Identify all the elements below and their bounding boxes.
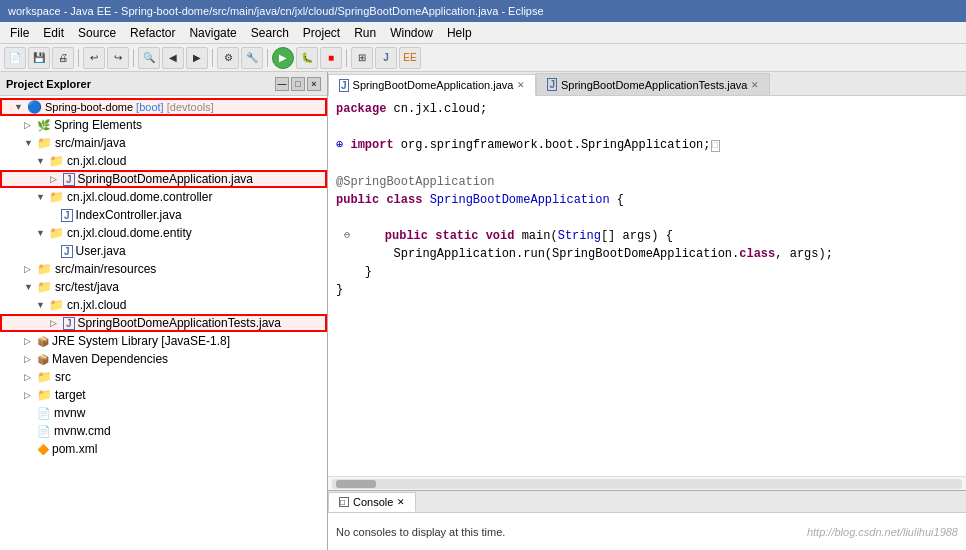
title-bar-text: workspace - Java EE - Spring-boot-dome/s…	[8, 5, 544, 17]
right-panel: J SpringBootDomeApplication.java ✕ J Spr…	[328, 72, 966, 550]
code-content: }	[336, 263, 958, 281]
tree-arrow: ▼	[36, 300, 46, 310]
menu-run[interactable]: Run	[348, 24, 382, 42]
tab1-label: SpringBootDomeApplication.java	[353, 79, 514, 91]
tree-item-mvnw-cmd[interactable]: ▷ 📄 mvnw.cmd	[0, 422, 327, 440]
tree-label-mvnw: mvnw	[54, 406, 85, 420]
toolbar-forward-btn[interactable]: ▶	[186, 47, 208, 69]
tree-label-springbootdome-app: SpringBootDomeApplication.java	[78, 172, 253, 186]
panel-minimize-btn[interactable]: —	[275, 77, 289, 91]
toolbar-sep1	[78, 49, 79, 67]
toolbar: 📄 💾 🖨 ↩ ↪ 🔍 ◀ ▶ ⚙ 🔧 ▶ 🐛 ■ ⊞ J EE	[0, 44, 966, 72]
tree-item-src-main-java[interactable]: ▼ 📁 src/main/java	[0, 134, 327, 152]
toolbar-undo-btn[interactable]: ↩	[83, 47, 105, 69]
toolbar-save-btn[interactable]: 💾	[28, 47, 50, 69]
toolbar-perspective-btn[interactable]: ⊞	[351, 47, 373, 69]
h-scrollbar[interactable]	[332, 479, 962, 489]
line-gutter[interactable]: ⊖	[336, 227, 356, 245]
toolbar-clean-btn[interactable]: 🔧	[241, 47, 263, 69]
tree-item-cn-jxl-cloud[interactable]: ▼ 📁 cn.jxl.cloud	[0, 152, 327, 170]
toolbar-stop-btn[interactable]: ■	[320, 47, 342, 69]
code-line-2	[336, 118, 958, 136]
code-line-5: @SpringBootApplication	[336, 173, 958, 191]
tree-item-spring-boot-dome[interactable]: ▼ 🔵 Spring-boot-dome [boot] [devtools]	[0, 98, 327, 116]
h-scrollbar-thumb[interactable]	[336, 480, 376, 488]
toolbar-sep2	[133, 49, 134, 67]
bottom-tabs: □ Console ✕	[328, 491, 966, 513]
tree-item-controller-pkg[interactable]: ▼ 📁 cn.jxl.cloud.dome.controller	[0, 188, 327, 206]
code-content: @SpringBootApplication	[336, 173, 958, 191]
panel-maximize-btn[interactable]: □	[291, 77, 305, 91]
code-editor[interactable]: package cn.jxl.cloud; ⊕ import org.sprin…	[328, 96, 966, 476]
menu-window[interactable]: Window	[384, 24, 439, 42]
tree-item-entity-pkg[interactable]: ▼ 📁 cn.jxl.cloud.dome.entity	[0, 224, 327, 242]
tree-item-jre[interactable]: ▷ 📦 JRE System Library [JavaSE-1.8]	[0, 332, 327, 350]
tree-item-src-test-java[interactable]: ▼ 📁 src/test/java	[0, 278, 327, 296]
import-expand[interactable]: ⊕	[336, 138, 350, 152]
spring-icon: 🌿	[37, 119, 51, 132]
tab1-close[interactable]: ✕	[517, 80, 525, 90]
toolbar-search-btn[interactable]: 🔍	[138, 47, 160, 69]
tab2-close[interactable]: ✕	[751, 80, 759, 90]
menu-project[interactable]: Project	[297, 24, 346, 42]
code-content: SpringApplication.run(SpringBootDomeAppl…	[336, 245, 958, 263]
toolbar-javaee-btn[interactable]: EE	[399, 47, 421, 69]
project-icon: 🔵	[27, 100, 42, 114]
toolbar-redo-btn[interactable]: ↪	[107, 47, 129, 69]
toolbar-print-btn[interactable]: 🖨	[52, 47, 74, 69]
toolbar-build-btn[interactable]: ⚙	[217, 47, 239, 69]
tree-item-target[interactable]: ▷ 📁 target	[0, 386, 327, 404]
toolbar-back-btn[interactable]: ◀	[162, 47, 184, 69]
menu-search[interactable]: Search	[245, 24, 295, 42]
code-content: package cn.jxl.cloud;	[336, 100, 958, 118]
tree-item-springbootdome-tests[interactable]: ▷ J SpringBootDomeApplicationTests.java	[0, 314, 327, 332]
code-line-1: package cn.jxl.cloud;	[336, 100, 958, 118]
panel-close-btn[interactable]: ×	[307, 77, 321, 91]
menu-refactor[interactable]: Refactor	[124, 24, 181, 42]
tree-label-pom-xml: pom.xml	[52, 442, 97, 456]
bottom-panel: □ Console ✕ No consoles to display at th…	[328, 490, 966, 550]
toolbar-java-btn[interactable]: J	[375, 47, 397, 69]
editor-scroll-area	[328, 476, 966, 490]
tree-label-mvnw-cmd: mvnw.cmd	[54, 424, 111, 438]
toolbar-new-btn[interactable]: 📄	[4, 47, 26, 69]
tree-item-mvnw[interactable]: ▷ 📄 mvnw	[0, 404, 327, 422]
menu-edit[interactable]: Edit	[37, 24, 70, 42]
tree-label-controller-pkg: cn.jxl.cloud.dome.controller	[67, 190, 212, 204]
code-line-11: }	[336, 281, 958, 299]
toolbar-sep4	[267, 49, 268, 67]
tree-item-pom-xml[interactable]: ▷ 🔶 pom.xml	[0, 440, 327, 458]
menu-file[interactable]: File	[4, 24, 35, 42]
java-icon: J	[61, 209, 73, 222]
folder-icon: 📁	[37, 262, 52, 276]
tree-item-spring-elements[interactable]: ▷ 🌿 Spring Elements	[0, 116, 327, 134]
tree-arrow: ▷	[50, 318, 60, 328]
tree-label-jre: JRE System Library [JavaSE-1.8]	[52, 334, 230, 348]
tree-label-cn-jxl-cloud-test: cn.jxl.cloud	[67, 298, 126, 312]
tree-item-indexcontroller[interactable]: ▷ J IndexController.java	[0, 206, 327, 224]
code-line-8: ⊖ public static void main(String[] args)…	[336, 227, 958, 245]
code-line-6: public class SpringBootDomeApplication {	[336, 191, 958, 209]
tree-arrow: ▷	[24, 264, 34, 274]
tab-springbootdome-app[interactable]: J SpringBootDomeApplication.java ✕	[328, 74, 536, 96]
tree-item-src[interactable]: ▷ 📁 src	[0, 368, 327, 386]
toolbar-run-btn[interactable]: ▶	[272, 47, 294, 69]
tree-item-maven-deps[interactable]: ▷ 📦 Maven Dependencies	[0, 350, 327, 368]
folder-icon: 📁	[37, 388, 52, 402]
console-tab-close[interactable]: ✕	[397, 497, 405, 507]
menu-navigate[interactable]: Navigate	[183, 24, 242, 42]
tree-label-src-test-java: src/test/java	[55, 280, 119, 294]
folder-icon: 📁	[49, 226, 64, 240]
tree-item-springbootdome-app[interactable]: ▷ J SpringBootDomeApplication.java	[0, 170, 327, 188]
tab-springbootdome-tests[interactable]: J SpringBootDomeApplicationTests.java ✕	[536, 73, 770, 95]
tree-item-src-main-resources[interactable]: ▷ 📁 src/main/resources	[0, 260, 327, 278]
console-tab[interactable]: □ Console ✕	[328, 492, 416, 512]
file-icon: 📄	[37, 407, 51, 420]
menu-source[interactable]: Source	[72, 24, 122, 42]
menu-help[interactable]: Help	[441, 24, 478, 42]
tree-item-user[interactable]: ▷ J User.java	[0, 242, 327, 260]
toolbar-debug-btn[interactable]: 🐛	[296, 47, 318, 69]
tree-arrow: ▼	[36, 156, 46, 166]
tree-item-cn-jxl-cloud-test[interactable]: ▼ 📁 cn.jxl.cloud	[0, 296, 327, 314]
folder-icon: 📁	[37, 370, 52, 384]
